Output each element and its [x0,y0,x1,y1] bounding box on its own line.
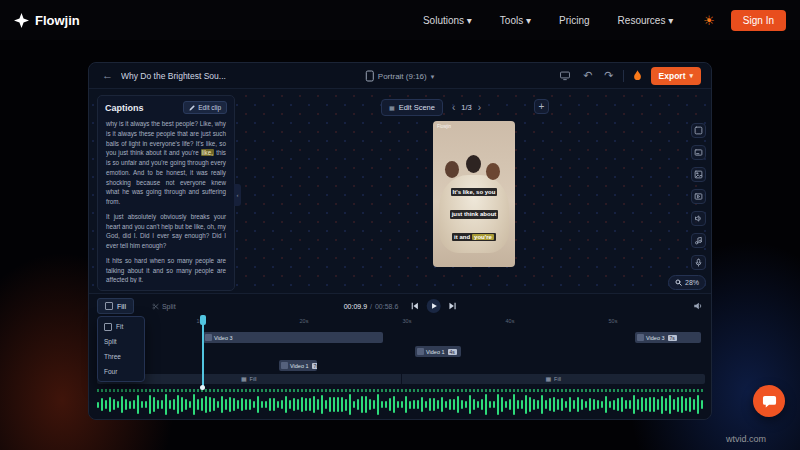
play-button[interactable] [426,299,440,313]
add-scene-button[interactable]: + [534,99,549,114]
transcript-paragraph: It hits so hard when so many people are … [106,256,226,283]
next-scene-button[interactable]: › [478,103,481,113]
timeline-clip[interactable]: Video 37s [635,332,701,343]
menu-item-label: Three [104,353,121,360]
menu-item-split[interactable]: Split [98,334,144,349]
timeline-ruler[interactable]: 10s20s30s40s50s [97,318,705,328]
clip-duration-chip: 7s [668,335,677,341]
voiceover-tool-button[interactable] [691,255,706,270]
canvas-icon [694,126,703,135]
video-watermark: Flowjin [437,124,451,129]
edit-scene-button[interactable]: ▦ Edit Scene [381,99,443,116]
canvas-tool-button[interactable] [691,123,706,138]
time-separator: / [370,303,372,310]
playhead-dot [200,385,205,390]
timeline-controls: Fill Split 00:09.9 / 00:58.6 [97,297,703,315]
captions-tool-button[interactable] [691,145,706,160]
playhead-handle[interactable] [200,315,206,325]
ruler-tick-label: 40s [506,318,515,324]
total-time: 00:58.6 [375,303,398,310]
top-nav: Flowjin Solutions ▾Tools ▾PricingResourc… [0,0,800,40]
divider [623,70,624,82]
timeline-clip[interactable]: Video 17s [279,360,317,371]
video-preview[interactable]: Flowjin It's like, so you just think abo… [433,121,515,267]
edit-clip-button[interactable]: Edit clip [183,101,227,114]
captions-header: Captions Edit clip [98,96,234,117]
time-display: 00:09.9 / 00:58.6 [344,303,399,310]
caption-highlighted-word: you're [472,234,494,240]
video-tool-button[interactable] [691,189,706,204]
grid-icon: ▦ [389,105,395,111]
grid-icon: ▦ [545,376,551,382]
clip-thumbnail [417,348,424,355]
highlighted-word: like, [201,149,214,156]
checkbox-icon [104,323,112,331]
captions-panel: Captions Edit clip why is it always the … [97,95,235,291]
clip-thumbnail [637,334,644,341]
skip-forward-button[interactable] [448,302,456,310]
undo-button[interactable]: ↶ [580,70,595,81]
menu-item-three[interactable]: Three [98,349,144,364]
chevron-down-icon: ▾ [689,72,693,79]
aspect-ratio-selector[interactable]: Portrait (9:16) ▾ [366,70,434,81]
redo-button[interactable]: ↷ [601,70,616,81]
zoom-control[interactable]: 28% [668,275,706,290]
chevron-down-icon: ▾ [431,72,435,79]
volume-icon [693,301,703,311]
skip-back-button[interactable] [410,302,418,310]
ruler-tick-label: 50s [609,318,618,324]
project-title: Why Do the Brightest Sou... [121,71,226,81]
fill-track-segment[interactable]: ▦Fill [402,374,706,384]
menu-item-label: Split [104,338,117,345]
audio-tool-button[interactable] [691,211,706,226]
panel-collapse-handle[interactable]: ‹ [234,184,241,206]
media-tool-button[interactable] [691,167,706,182]
magnifier-icon [675,279,682,286]
sign-in-button[interactable]: Sign In [731,10,786,31]
transcript-text[interactable]: why is it always the best people? Like, … [98,117,234,283]
playhead[interactable] [202,316,204,388]
menu-item-four[interactable]: Four [98,364,144,379]
nav-link-solutions[interactable]: Solutions ▾ [423,15,472,26]
theme-toggle-icon[interactable]: ☀ [703,14,715,27]
right-toolbar [691,123,706,270]
clip-duration-chip: 7s [312,363,317,369]
layout-dropdown-button[interactable]: Fill [97,298,134,314]
chat-button[interactable] [753,385,785,417]
music-tool-button[interactable] [691,233,706,248]
brand[interactable]: Flowjin [14,13,80,28]
caption-line: just think about [450,210,499,218]
export-button[interactable]: Export ▾ [651,67,701,85]
layout-current-label: Fill [117,303,126,310]
volume-button[interactable] [693,301,703,311]
scissors-icon [152,303,159,310]
editor-window: ← Why Do the Brightest Sou... Portrait (… [88,62,712,420]
split-button[interactable]: Split [146,302,182,311]
fill-track: ▦Fill▦Fill [97,374,705,384]
video-track: Video 17s [97,360,705,371]
back-button[interactable]: ← [99,70,116,81]
chat-bubble-icon [762,394,777,409]
nav-link-pricing[interactable]: Pricing [559,15,590,26]
menu-item-label: Four [104,368,117,375]
captions-icon [694,148,703,157]
timeline-clip[interactable]: Video 14s [415,346,461,357]
captions-title: Captions [105,103,144,113]
clip-thumbnail [281,362,288,369]
menu-item-fit[interactable]: Fit [98,319,144,334]
checkbox-icon [105,302,113,310]
grid-icon: ▦ [241,376,247,382]
nav-link-tools[interactable]: Tools ▾ [500,15,531,26]
editor-actions: ↶ ↷ Export ▾ [556,67,701,85]
brand-name: Flowjin [35,13,80,28]
microphone-icon [694,258,703,267]
display-preview-button[interactable] [556,70,574,81]
audio-track[interactable] [97,388,705,416]
caption-segment: it and [454,234,470,240]
prev-scene-button[interactable]: ‹ [452,103,455,113]
timeline-clip[interactable]: Video 3 [203,332,383,343]
upgrade-button[interactable] [630,70,645,81]
nav-link-resources[interactable]: Resources ▾ [618,15,674,26]
caption-line: it andyou're [452,233,496,241]
flame-icon [633,70,642,81]
